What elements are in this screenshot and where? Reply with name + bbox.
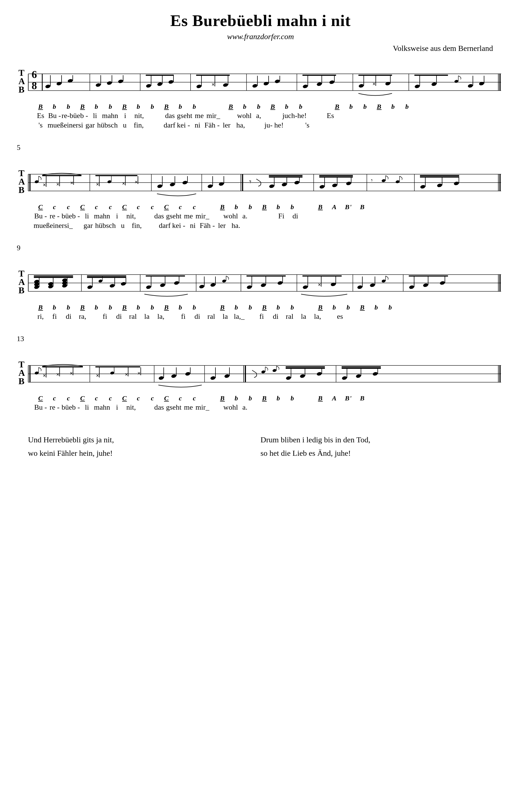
bottom-left-line-1: Und Herrebüebli gits ja nit, xyxy=(28,434,260,446)
svg-point-66 xyxy=(431,82,437,87)
svg-point-218 xyxy=(370,283,375,287)
svg-point-121 xyxy=(269,184,274,188)
svg-point-84 xyxy=(35,180,39,184)
svg-point-48 xyxy=(302,84,308,89)
svg-point-33 xyxy=(196,84,202,89)
svg-point-291 xyxy=(356,374,361,378)
svg-point-64 xyxy=(414,84,420,89)
svg-point-269 xyxy=(224,374,230,378)
page-title: Es Burebüebli mahn i nit xyxy=(17,11,504,30)
svg-text:×: × xyxy=(96,181,99,187)
svg-point-10 xyxy=(45,84,51,89)
measure-number-13: 13 xyxy=(17,335,504,343)
svg-text:B: B xyxy=(19,185,24,195)
svg-point-106 xyxy=(169,182,175,187)
chord-row-2: C c c C c c C c c C c c B b b B b b B A … xyxy=(17,203,504,211)
svg-text:×: × xyxy=(318,282,321,288)
svg-point-27 xyxy=(157,82,163,87)
svg-point-289 xyxy=(342,376,347,380)
svg-point-284 xyxy=(316,372,322,376)
svg-point-21 xyxy=(118,79,123,83)
svg-point-180 xyxy=(109,284,115,288)
svg-text:×: × xyxy=(70,370,73,376)
svg-point-97 xyxy=(107,180,112,184)
section-3: 9 T A B xyxy=(17,252,504,321)
bottom-text-left: Und Herrebüebli gits ja nit, wo keini Fä… xyxy=(28,434,260,461)
lyrics-v1-row1: Es Bu - re-büeb - li mahn i nit, das gse… xyxy=(17,112,504,120)
svg-point-274 xyxy=(261,370,266,374)
svg-text:×: × xyxy=(372,81,376,87)
bottom-right-line-2: so het die Lieb es Änd, juhe! xyxy=(260,447,493,459)
svg-text:×: × xyxy=(135,179,138,185)
svg-point-178 xyxy=(98,279,103,283)
staff-3: T A B xyxy=(17,262,504,301)
svg-point-282 xyxy=(300,374,305,378)
svg-point-220 xyxy=(381,279,386,283)
svg-point-195 xyxy=(210,283,216,287)
staff-4: T A B × × × xyxy=(17,353,504,392)
svg-point-132 xyxy=(332,183,337,188)
page: Es Burebüebli mahn i nit www.franzdorfer… xyxy=(0,0,521,472)
chord-row-3: B b b B b b B b b B b b B b b B b b B b … xyxy=(17,304,504,311)
svg-point-276 xyxy=(272,368,277,372)
svg-text:8: 8 xyxy=(31,80,37,91)
svg-point-37 xyxy=(223,83,228,87)
svg-point-123 xyxy=(281,182,287,187)
svg-point-264 xyxy=(185,372,190,376)
svg-text:𝄾: 𝄾 xyxy=(249,181,251,184)
staff-1: T A B 6 8 xyxy=(17,61,504,100)
svg-point-205 xyxy=(277,281,283,285)
lyrics-v1-row3: ri, fi di ra, fi di ral la la, fi di ral… xyxy=(17,312,504,321)
svg-point-70 xyxy=(468,83,473,88)
svg-point-19 xyxy=(107,81,112,85)
svg-text:×: × xyxy=(43,373,46,379)
svg-point-56 xyxy=(358,83,364,88)
bottom-left-line-2: wo keini Fähler hein, juhe! xyxy=(28,447,260,459)
svg-point-182 xyxy=(120,282,126,286)
svg-text:×: × xyxy=(56,181,59,187)
svg-line-118 xyxy=(256,179,260,182)
svg-point-193 xyxy=(199,284,205,289)
svg-point-68 xyxy=(454,79,459,83)
svg-point-138 xyxy=(381,179,386,182)
chord-row-1: B b b B b b B b b B b b B b b B b b B b … xyxy=(17,103,504,111)
bottom-right-line-1: Drum bliben i ledig bis in den Tod, xyxy=(260,434,493,446)
svg-line-273 xyxy=(252,370,256,373)
svg-text:𝄾: 𝄾 xyxy=(371,179,373,182)
svg-point-145 xyxy=(420,185,426,189)
svg-point-280 xyxy=(286,376,291,380)
lyrics-v2-row2: mueß einersi_ gar hübsch u fin, darf kei… xyxy=(17,221,504,230)
section-4: 13 T A B × × × xyxy=(17,343,504,412)
svg-point-149 xyxy=(454,181,459,186)
svg-point-188 xyxy=(160,283,165,287)
svg-point-226 xyxy=(423,283,428,287)
svg-point-125 xyxy=(294,181,300,185)
svg-text:B: B xyxy=(19,285,24,295)
svg-point-147 xyxy=(437,183,443,188)
svg-text:×: × xyxy=(43,182,46,188)
svg-text:×: × xyxy=(125,371,128,378)
lyrics-v2-row1: 's mueß einersi gar hübsch u fin, darf k… xyxy=(17,121,504,129)
svg-text:×: × xyxy=(70,180,73,186)
svg-point-50 xyxy=(316,82,322,87)
measure-number-5: 5 xyxy=(17,143,504,152)
svg-text:B: B xyxy=(19,85,24,95)
svg-point-186 xyxy=(146,285,151,289)
svg-point-293 xyxy=(372,372,378,376)
bottom-text-right: Drum bliben i ledig bis in den Tod, so h… xyxy=(260,434,493,461)
svg-point-203 xyxy=(260,283,266,287)
svg-point-108 xyxy=(182,181,188,185)
svg-point-260 xyxy=(158,376,164,380)
svg-text:6: 6 xyxy=(31,69,37,80)
svg-point-209 xyxy=(302,285,308,289)
svg-point-224 xyxy=(409,285,414,289)
svg-point-17 xyxy=(95,83,101,87)
svg-text:×: × xyxy=(122,181,125,187)
svg-point-228 xyxy=(439,281,445,285)
lyrics-v1-row2: Bu - re - büeb - li mahn i nit, das gseh… xyxy=(17,212,504,220)
svg-point-130 xyxy=(319,185,325,189)
svg-point-25 xyxy=(146,83,151,88)
svg-point-134 xyxy=(346,181,352,186)
lyrics-v1-row4: Bu - re - büeb - li mahn i nit, das gseh… xyxy=(17,403,504,412)
staff-2: T A B × × × xyxy=(17,162,504,201)
